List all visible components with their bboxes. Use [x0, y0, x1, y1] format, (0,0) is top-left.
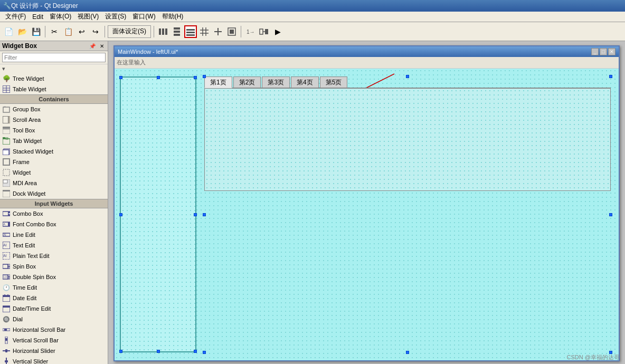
toolbar-sep-3	[154, 26, 154, 37]
tab-content[interactable]	[204, 88, 611, 191]
section-header-views[interactable]	[0, 64, 108, 73]
outer-handle-bl[interactable]	[203, 351, 206, 354]
handle-tm[interactable]	[157, 76, 160, 79]
widget-item-tree-widget[interactable]: 🌳 Tree Widget	[0, 73, 108, 84]
face-setting-button[interactable]: 面体设定(S)	[108, 25, 151, 38]
widget-item-tab-widget[interactable]: Tab Widget	[0, 136, 108, 146]
widget-item-combo-box[interactable]: ▾ Combo Box	[0, 208, 108, 219]
widget-item-vscrollbar[interactable]: Vertical Scroll Bar	[0, 335, 108, 346]
svg-rect-1	[162, 28, 164, 35]
save-button[interactable]: 💾	[30, 25, 42, 38]
double-spin-box-label: Double Spin Box	[13, 274, 56, 280]
menu-window[interactable]: 窗口(W)	[129, 11, 158, 22]
widget-item-dial[interactable]: 🔘 Dial	[0, 314, 108, 324]
tab-2[interactable]: 第2页	[233, 76, 261, 88]
handle-ml[interactable]	[119, 213, 122, 216]
widget-item-time-edit[interactable]: 🕐 Time Edit	[0, 282, 108, 293]
toolbar-sep-1	[45, 26, 45, 37]
outer-handle-tl[interactable]	[203, 75, 206, 78]
layout-grid-button[interactable]	[198, 25, 211, 38]
frame-label: Frame	[13, 159, 30, 165]
svg-rect-18	[260, 29, 263, 34]
watermark: CSDN @幸福的达哥	[567, 353, 620, 361]
svg-text:▾: ▾	[8, 266, 10, 269]
close-button[interactable]: ✕	[608, 48, 615, 55]
tab-widget-icon	[2, 137, 11, 145]
break-layout-button[interactable]	[212, 25, 224, 38]
handle-br[interactable]	[194, 350, 197, 353]
widget-item-dock-widget[interactable]: Dock Widget	[0, 188, 108, 199]
widget-item-hscrollbar[interactable]: Horizontal Scroll Bar	[0, 324, 108, 335]
new-button[interactable]: 📄	[2, 25, 15, 38]
layout-h-button[interactable]	[157, 25, 169, 38]
widget-item-tool-box[interactable]: Tool Box	[0, 125, 108, 136]
filter-input[interactable]	[2, 53, 106, 62]
copy-button[interactable]: 📋	[62, 25, 74, 38]
menu-view[interactable]: 视图(V)	[74, 11, 102, 22]
outer-handle-bm[interactable]	[406, 351, 409, 354]
svg-rect-35	[3, 150, 9, 155]
widget-item-text-edit[interactable]: AI Text Edit	[0, 240, 108, 251]
widget-item-font-combo-box[interactable]: A Font Combo Box	[0, 219, 108, 229]
widget-item-vslider[interactable]: Vertical Slider	[0, 356, 108, 364]
buddy-button[interactable]	[258, 25, 270, 38]
widget-box-header-buttons: 📌 ✕	[88, 43, 106, 50]
widget-item-scroll-area[interactable]: Scroll Area	[0, 114, 108, 125]
tree-widget-label: Tree Widget	[13, 75, 44, 82]
widget-item-double-spin-box[interactable]: 1.0▴▾ Double Spin Box	[0, 272, 108, 282]
tab-5[interactable]: 第5页	[320, 76, 348, 88]
tree-widget-icon: 🌳	[2, 74, 11, 83]
adjust-size-button[interactable]	[225, 25, 238, 38]
minimize-button[interactable]: _	[591, 48, 599, 55]
widget-item-stacked-widget[interactable]: Stacked Widget	[0, 146, 108, 157]
mdi-area-label: MDI Area	[13, 180, 37, 186]
handle-tr[interactable]	[194, 76, 197, 79]
handle-bm[interactable]	[157, 350, 160, 353]
datetime-edit-icon	[2, 304, 11, 313]
menu-edit[interactable]: Edit	[29, 12, 46, 22]
widget-box-pin-button[interactable]: 📌	[88, 43, 97, 50]
handle-mr[interactable]	[194, 213, 197, 216]
outer-handle-mr[interactable]	[609, 213, 612, 216]
menu-form[interactable]: 窗体(O)	[46, 11, 74, 22]
inner-frame[interactable]	[120, 76, 196, 352]
title-bar-icon: 🔧	[3, 2, 11, 9]
group-box-icon: ▬	[2, 105, 11, 113]
designer-canvas[interactable]: 第1页 第2页 第3页 第4页 第5页	[115, 69, 619, 360]
widget-item-table-widget[interactable]: Table Widget	[0, 84, 108, 94]
open-button[interactable]: 📂	[16, 25, 29, 38]
cut-button[interactable]: ✂	[48, 25, 61, 38]
widget-item-spin-box[interactable]: ▴▾ Spin Box	[0, 261, 108, 272]
outer-handle-ml[interactable]	[203, 213, 206, 216]
layout-v-button[interactable]	[171, 25, 183, 38]
undo-button[interactable]: ↩	[75, 25, 88, 38]
widget-item-date-edit[interactable]: Date Edit	[0, 293, 108, 303]
layout-active-button[interactable]	[184, 25, 197, 38]
menu-settings[interactable]: 设置(S)	[102, 11, 129, 22]
widget-item-line-edit[interactable]: AI Line Edit	[0, 229, 108, 240]
outer-handle-tr[interactable]	[609, 75, 612, 78]
widget-item-hslider[interactable]: Horizontal Slider	[0, 346, 108, 356]
widget-item-widget[interactable]: Widget	[0, 167, 108, 178]
widget-item-mdi-area[interactable]: MDI Area	[0, 178, 108, 188]
tab-1[interactable]: 第1页	[204, 76, 232, 88]
maximize-button[interactable]: □	[600, 48, 607, 55]
widget-item-datetime-edit[interactable]: Date/Time Edit	[0, 303, 108, 314]
widget-item-plain-text-edit[interactable]: AI Plain Text Edit	[0, 251, 108, 261]
handle-tl[interactable]	[119, 76, 122, 79]
tab-4[interactable]: 第4页	[291, 76, 319, 88]
preview-button[interactable]: ▶	[271, 25, 284, 38]
menu-file[interactable]: 文件(F)	[2, 11, 29, 22]
tab-order-button[interactable]: 1→	[244, 25, 257, 38]
tab-3[interactable]: 第3页	[262, 76, 290, 88]
tab-widget-label: Tab Widget	[13, 138, 42, 144]
widget-item-group-box[interactable]: ▬ Group Box	[0, 104, 108, 114]
svg-rect-36	[3, 159, 10, 165]
widget-item-frame[interactable]: Frame	[0, 157, 108, 167]
menu-help[interactable]: 帮助(H)	[159, 11, 187, 22]
widget-box-close-button[interactable]: ✕	[98, 43, 106, 50]
redo-button[interactable]: ↪	[89, 25, 102, 38]
handle-bl[interactable]	[119, 350, 122, 353]
designer-title-buttons: _ □ ✕	[591, 48, 615, 55]
outer-handle-tm[interactable]	[406, 75, 409, 78]
